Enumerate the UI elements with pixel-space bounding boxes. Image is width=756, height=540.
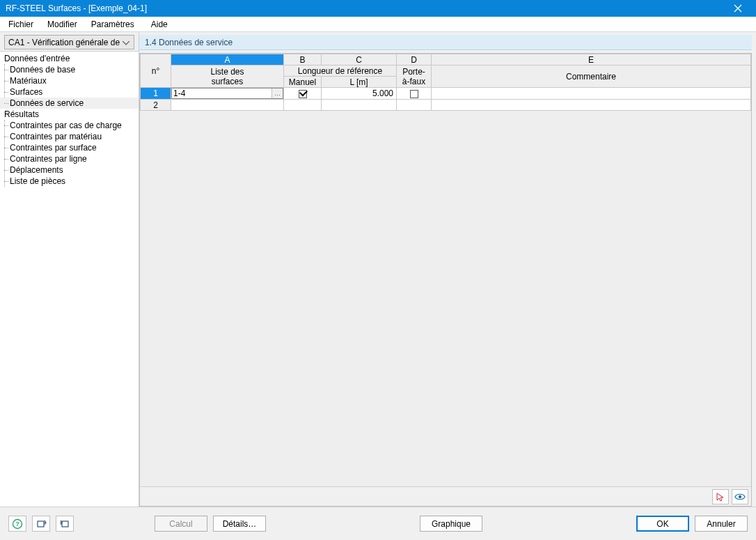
checkbox-portefaux-1[interactable] (410, 90, 418, 98)
table-row[interactable]: 2 (141, 100, 751, 111)
chevron-down-icon (121, 38, 131, 47)
import-button[interactable] (56, 516, 74, 532)
load-case-combo[interactable]: CA1 - Vérification générale de c (4, 35, 134, 49)
row-header-1[interactable]: 1 (141, 88, 171, 100)
pick-button[interactable] (712, 489, 729, 504)
svg-rect-5 (38, 521, 44, 527)
col-header-a[interactable]: A (171, 54, 284, 65)
menu-aide[interactable]: Aide (144, 17, 175, 31)
col-sub-a: Liste des surfaces (171, 65, 284, 88)
data-grid[interactable]: n° A B C D E Liste des surfaces Longueur… (140, 54, 751, 111)
row-header-2[interactable]: 2 (141, 100, 171, 111)
details-button[interactable]: Détails… (213, 516, 266, 532)
ok-button[interactable]: OK (636, 516, 689, 532)
menu-modifier[interactable]: Modifier (40, 17, 84, 31)
col-sub-c: L [m] (322, 77, 397, 88)
col-header-c[interactable]: C (322, 54, 397, 65)
cursor-pick-icon (716, 492, 725, 502)
close-icon (734, 4, 742, 13)
eye-icon (734, 493, 746, 501)
cell-b-1[interactable] (284, 88, 322, 100)
annuler-button[interactable]: Annuler (695, 516, 748, 532)
col-sub-e: Commentaire (432, 65, 751, 88)
cell-a-1-picker[interactable]: … (271, 88, 283, 98)
tree-contraintes-materiau[interactable]: Contraintes par matériau (0, 131, 139, 142)
import-icon (59, 518, 70, 530)
svg-rect-6 (62, 521, 68, 527)
window-title: RF-STEEL Surfaces - [Exemple_04-1] (6, 3, 724, 13)
cell-a-1[interactable]: 1-4 … (171, 88, 284, 100)
export-icon (36, 518, 47, 530)
export-button[interactable] (32, 516, 50, 532)
cell-e-1[interactable] (432, 88, 751, 100)
cell-c-2[interactable] (322, 100, 397, 111)
cell-d-1[interactable] (397, 88, 432, 100)
menu-bar: Fichier Modifier Paramètres Aide (0, 17, 756, 32)
panel-title: 1.4 Données de service (139, 35, 752, 50)
svg-text:?: ? (15, 520, 19, 527)
cell-a-1-value[interactable]: 1-4 (172, 88, 271, 98)
cell-c-1[interactable]: 5.000 (322, 88, 397, 100)
col-header-n[interactable]: n° (141, 54, 171, 88)
nav-tree: Données d'entrée Données de base Matéria… (0, 51, 139, 507)
checkbox-manuel-1[interactable] (299, 90, 307, 98)
cell-b-2[interactable] (284, 100, 322, 111)
svg-point-2 (739, 495, 741, 497)
col-header-e[interactable]: E (432, 54, 751, 65)
tree-contraintes-ligne[interactable]: Contraintes par ligne (0, 153, 139, 164)
col-sub-bc: Longueur de référence (284, 65, 397, 77)
menu-fichier[interactable]: Fichier (1, 17, 40, 31)
col-header-d[interactable]: D (397, 54, 432, 65)
load-case-value: CA1 - Vérification générale de c (8, 38, 121, 47)
tree-deplacements[interactable]: Déplacements (0, 164, 139, 176)
calcul-button: Calcul (155, 516, 207, 532)
help-icon: ? (12, 518, 23, 530)
graphique-button[interactable]: Graphique (420, 516, 482, 532)
tree-donnees-service[interactable]: Données de service (0, 98, 139, 109)
tree-contraintes-cas[interactable]: Contraintes par cas de charge (0, 120, 139, 131)
tree-liste-pieces[interactable]: Liste de pièces (0, 176, 139, 187)
view-button[interactable] (732, 489, 748, 504)
close-button[interactable] (724, 0, 752, 17)
table-row[interactable]: 1 1-4 … 5.000 (141, 88, 751, 100)
cell-e-2[interactable] (432, 100, 751, 111)
col-sub-d: Porte- à-faux (397, 65, 432, 88)
cell-a-2[interactable] (171, 100, 284, 111)
tree-materiaux[interactable]: Matériaux (0, 75, 139, 86)
col-header-b[interactable]: B (284, 54, 322, 65)
tree-surfaces[interactable]: Surfaces (0, 86, 139, 98)
cell-d-2[interactable] (397, 100, 432, 111)
help-button[interactable]: ? (8, 516, 26, 532)
menu-parametres[interactable]: Paramètres (84, 17, 141, 31)
tree-contraintes-surface[interactable]: Contraintes par surface (0, 142, 139, 153)
tree-group-entree[interactable]: Données d'entrée (0, 53, 139, 64)
grid-empty-area (140, 111, 751, 486)
tree-donnees-base[interactable]: Données de base (0, 64, 139, 75)
tree-group-resultats[interactable]: Résultats (0, 109, 139, 120)
col-sub-b: Manuel (284, 77, 322, 88)
